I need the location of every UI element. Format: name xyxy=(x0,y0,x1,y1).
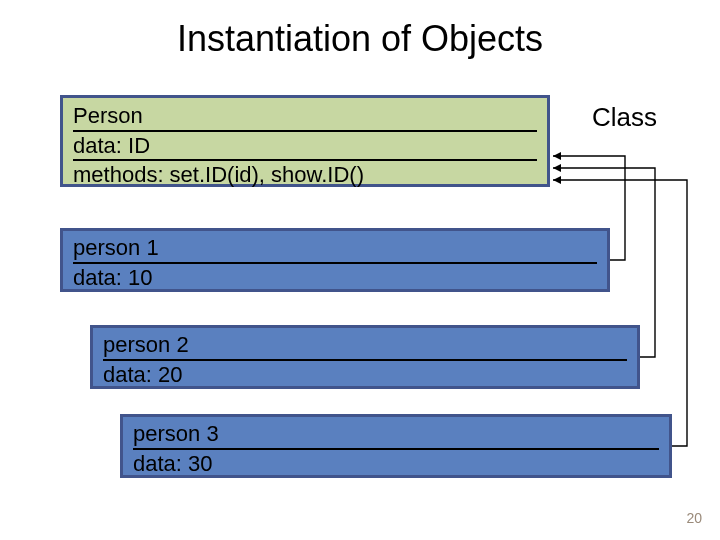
instance-2-name: person 2 xyxy=(103,331,627,361)
instance-1-data: data: 10 xyxy=(73,265,153,290)
instance-box-3: person 3 data: 30 xyxy=(120,414,672,478)
instance-3-name: person 3 xyxy=(133,420,659,450)
class-box: Person data: ID methods: set.ID(id), sho… xyxy=(60,95,550,187)
slide-title: Instantiation of Objects xyxy=(0,18,720,60)
class-data: data: ID xyxy=(73,132,537,162)
class-methods: methods: set.ID(id), show.ID() xyxy=(73,162,364,187)
instance-3-data: data: 30 xyxy=(133,451,213,476)
class-label: Class xyxy=(592,102,657,133)
instance-box-2: person 2 data: 20 xyxy=(90,325,640,389)
instance-box-1: person 1 data: 10 xyxy=(60,228,610,292)
page-number: 20 xyxy=(686,510,702,526)
class-name: Person xyxy=(73,102,537,132)
instance-2-data: data: 20 xyxy=(103,362,183,387)
instance-1-name: person 1 xyxy=(73,234,597,264)
